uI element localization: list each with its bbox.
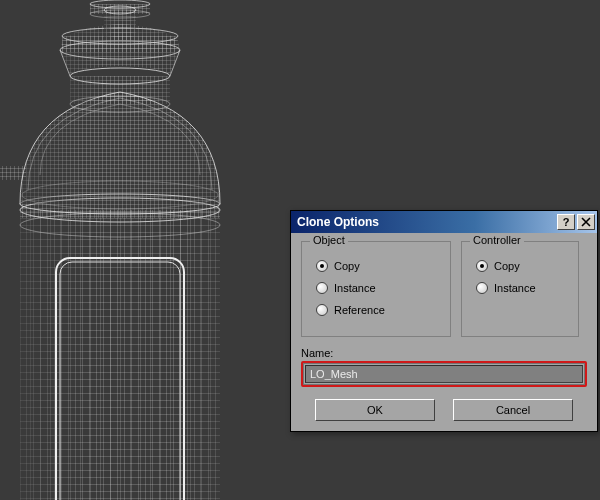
radio-label: Instance — [334, 282, 376, 294]
radio-icon — [316, 304, 328, 316]
svg-rect-11 — [70, 76, 170, 104]
help-button[interactable]: ? — [557, 214, 575, 230]
controller-instance-radio[interactable]: Instance — [476, 282, 568, 294]
svg-rect-19 — [104, 10, 136, 40]
radio-icon — [316, 282, 328, 294]
object-groupbox: Object Copy Instance Reference — [301, 241, 451, 337]
radio-label: Reference — [334, 304, 385, 316]
name-input-value: LO_Mesh — [310, 368, 358, 380]
radio-label: Copy — [494, 260, 520, 272]
controller-groupbox: Controller Copy Instance — [461, 241, 579, 337]
radio-icon — [316, 260, 328, 272]
svg-point-12 — [70, 68, 170, 84]
svg-rect-0 — [20, 210, 220, 500]
svg-rect-2 — [20, 210, 220, 500]
name-input[interactable]: LO_Mesh — [305, 365, 583, 383]
radio-icon — [476, 282, 488, 294]
svg-point-3 — [20, 198, 220, 222]
object-instance-radio[interactable]: Instance — [316, 282, 440, 294]
svg-rect-24 — [0, 166, 26, 180]
svg-rect-7 — [56, 258, 184, 500]
svg-point-22 — [90, 0, 150, 8]
svg-rect-21 — [90, 4, 150, 14]
close-button[interactable] — [577, 214, 595, 230]
cancel-button-label: Cancel — [496, 404, 530, 416]
svg-point-23 — [90, 10, 150, 18]
radio-icon — [476, 260, 488, 272]
object-copy-radio[interactable]: Copy — [316, 260, 440, 272]
svg-point-13 — [70, 96, 170, 112]
dialog-title: Clone Options — [297, 215, 555, 229]
svg-point-14 — [60, 41, 180, 59]
svg-rect-15 — [62, 36, 178, 52]
cancel-button[interactable]: Cancel — [453, 399, 573, 421]
radio-label: Copy — [334, 260, 360, 272]
svg-point-16 — [62, 28, 178, 44]
ok-button-label: OK — [367, 404, 383, 416]
controller-legend: Controller — [470, 234, 524, 246]
wireframe-mesh — [0, 0, 270, 500]
svg-point-17 — [62, 28, 178, 44]
controller-copy-radio[interactable]: Copy — [476, 260, 568, 272]
svg-rect-1 — [20, 210, 220, 500]
svg-rect-18 — [104, 10, 136, 40]
name-label: Name: — [301, 347, 587, 359]
object-reference-radio[interactable]: Reference — [316, 304, 440, 316]
object-legend: Object — [310, 234, 348, 246]
svg-point-4 — [20, 213, 220, 237]
close-icon — [581, 217, 591, 227]
svg-point-9 — [22, 181, 218, 209]
clone-options-dialog: Clone Options ? Object Copy Instance — [290, 210, 598, 432]
svg-point-20 — [104, 6, 136, 14]
ok-button[interactable]: OK — [315, 399, 435, 421]
name-field-highlight: LO_Mesh — [301, 361, 587, 387]
svg-rect-5 — [20, 204, 220, 218]
dialog-body: Object Copy Instance Reference Controlle… — [291, 233, 597, 431]
dialog-titlebar[interactable]: Clone Options ? — [291, 211, 597, 233]
svg-point-6 — [20, 194, 220, 214]
svg-rect-10 — [70, 76, 170, 104]
svg-rect-8 — [60, 262, 180, 500]
radio-label: Instance — [494, 282, 536, 294]
